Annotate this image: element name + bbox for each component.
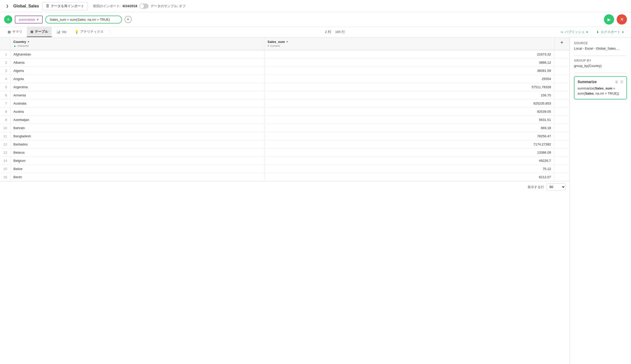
summarize-card[interactable]: Summarize 🗑 ☰ summarize(Sales_sum = sum(… xyxy=(574,76,627,99)
table-row: 13 Belarus 13386.09 xyxy=(0,149,570,157)
sales-sum-cell: 13386.09 xyxy=(264,149,554,157)
row-number: 2 xyxy=(0,59,10,67)
country-cell: Benin xyxy=(10,173,264,181)
summarize-button[interactable]: summarize ▾ xyxy=(15,16,43,24)
sales-sum-label: Sales_sum xyxy=(267,40,285,44)
download-icon: ⬇ xyxy=(596,30,599,34)
table-row: 5 Argentina 57511.78328 xyxy=(0,83,570,91)
table-row: 7 Australia 925235.853 xyxy=(0,99,570,108)
source-section: Source Local - Excel - Global_Sales.... xyxy=(574,41,627,50)
menu-icon[interactable]: ☰ xyxy=(620,80,623,84)
sales-sum-cell: 25554 xyxy=(264,75,554,83)
summarize-label: summarize xyxy=(19,18,35,21)
table-row: 14 Belgium 49226.7 xyxy=(0,157,570,165)
tab-actions: ↪ パブリッシュ ▾ ⬇ エクスポート ▾ xyxy=(557,28,627,36)
play-icon: ▶ xyxy=(607,17,611,22)
country-cell: Armenia xyxy=(10,91,264,99)
back-chevron[interactable]: ❯ xyxy=(4,3,10,9)
summarize-card-title: Summarize xyxy=(578,80,597,84)
rows-per-page-select[interactable]: 50 100 200 xyxy=(546,184,566,190)
sidebar-divider-1 xyxy=(574,55,627,56)
table-row: 9 Azerbaijan 5631.51 xyxy=(0,116,570,124)
sales-sum-cell: 92539.05 xyxy=(264,108,554,116)
row-number: 1 xyxy=(0,50,10,59)
country-cell: Belgium xyxy=(10,157,264,165)
table-row: 6 Armenia 156.75 xyxy=(0,91,570,99)
tab-viz[interactable]: 📊 Viz xyxy=(53,27,70,37)
tab-table[interactable]: ⊞ テーブル xyxy=(27,27,52,37)
table-row: 1 Afghanistan 21673.32 xyxy=(0,50,570,59)
country-cell: Argentina xyxy=(10,83,264,91)
group-by-section: Group by group_by(Country) xyxy=(574,59,627,68)
export-button[interactable]: ⬇ エクスポート ▾ xyxy=(593,28,627,36)
row-number: 6 xyxy=(0,91,10,99)
country-cell: Belize xyxy=(10,165,264,173)
sample-toggle[interactable] xyxy=(139,4,149,9)
sales-sum-cell: 49226.7 xyxy=(264,157,554,165)
database-icon: 🗄 xyxy=(46,4,49,8)
source-value: Local - Excel - Global_Sales.... xyxy=(574,47,627,50)
run-button[interactable]: ▶ xyxy=(604,14,614,25)
table-footer: 表示する行 50 100 200 xyxy=(0,181,570,192)
country-cell: Azerbaijan xyxy=(10,116,264,124)
bar-chart-icon: 📊 xyxy=(56,30,60,34)
tab-analytics[interactable]: 💡 アナリティクス xyxy=(71,27,107,37)
row-number: 13 xyxy=(0,149,10,157)
trash-icon[interactable]: 🗑 xyxy=(615,80,618,84)
row-number: 16 xyxy=(0,173,10,181)
add-step-button[interactable]: + xyxy=(4,15,12,24)
sales-sum-cell: 6212.07 xyxy=(264,173,554,181)
sales-sum-cell: 925235.853 xyxy=(264,99,554,108)
source-label: Source xyxy=(574,41,627,45)
add-column-header[interactable]: + xyxy=(554,37,570,50)
country-cell: Barbados xyxy=(10,140,264,149)
plus-icon: + xyxy=(127,17,129,22)
formula-pill[interactable]: Sales_sum = sum(Sales, na.rm = TRUE) xyxy=(45,16,122,24)
country-cell: Bangladesh xyxy=(10,132,264,140)
row-number: 7 xyxy=(0,99,10,108)
sales-sum-column-header[interactable]: Sales_sum ▼ # numeric xyxy=(264,37,554,50)
sort-chevron-icon: ▼ xyxy=(27,40,30,43)
numeric-type-icon: # xyxy=(267,44,269,47)
tab-divider xyxy=(110,29,110,35)
chevron-down-icon: ▾ xyxy=(622,30,624,34)
summarize-card-header: Summarize 🗑 ☰ xyxy=(578,80,623,84)
publish-button[interactable]: ↪ パブリッシュ ▾ xyxy=(557,28,591,36)
character-type-icon: ▲ xyxy=(14,44,16,47)
sales-sum-cell: 21673.32 xyxy=(264,50,554,59)
add-column-icon: + xyxy=(560,40,563,45)
tab-summary[interactable]: ▦ サマリ xyxy=(4,27,26,37)
sales-sum-cell: 3888.12 xyxy=(264,59,554,67)
table-area[interactable]: Country ▼ ▲ character Sales_sum ▼ xyxy=(0,37,570,364)
country-column-header[interactable]: Country ▼ ▲ character xyxy=(10,37,264,50)
publish-icon: ↪ xyxy=(560,30,563,34)
chevron-down-icon: ▾ xyxy=(586,30,588,34)
page-title: Global_Sales xyxy=(13,4,39,8)
table-row: 2 Albania 3888.12 xyxy=(0,59,570,67)
reimport-button[interactable]: 🗄 データを再インポート xyxy=(42,2,88,10)
row-number: 4 xyxy=(0,75,10,83)
table-row: 8 Austria 92539.05 xyxy=(0,108,570,116)
sales-sum-cell: 669.18 xyxy=(264,124,554,132)
add-formula-button[interactable]: + xyxy=(125,16,132,23)
sales-sum-cell: 36091.59 xyxy=(264,67,554,75)
table-row: 4 Angola 25554 xyxy=(0,75,570,83)
grid-icon: ▦ xyxy=(8,30,11,34)
row-number: 8 xyxy=(0,108,10,116)
main-content: Country ▼ ▲ character Sales_sum ▼ xyxy=(0,37,631,364)
data-table: Country ▼ ▲ character Sales_sum ▼ xyxy=(0,37,570,181)
character-type-label: character xyxy=(17,44,29,47)
table-icon: ⊞ xyxy=(30,30,33,34)
country-cell: Afghanistan xyxy=(10,50,264,59)
row-number: 14 xyxy=(0,157,10,165)
row-number: 9 xyxy=(0,116,10,124)
table-row: 10 Bahrain 669.18 xyxy=(0,124,570,132)
sales-sum-cell: 57511.78328 xyxy=(264,83,554,91)
header: ❯ Global_Sales 🗄 データを再インポート 前回のインポート: 6/… xyxy=(0,0,631,12)
country-cell: Bahrain xyxy=(10,124,264,132)
close-button[interactable]: ✕ xyxy=(617,14,627,25)
summarize-card-actions: 🗑 ☰ xyxy=(615,80,623,84)
table-row: 12 Barbados 7174.27392 xyxy=(0,140,570,149)
app-container: ❯ Global_Sales 🗄 データを再インポート 前回のインポート: 6/… xyxy=(0,0,631,364)
country-cell: Albania xyxy=(10,59,264,67)
